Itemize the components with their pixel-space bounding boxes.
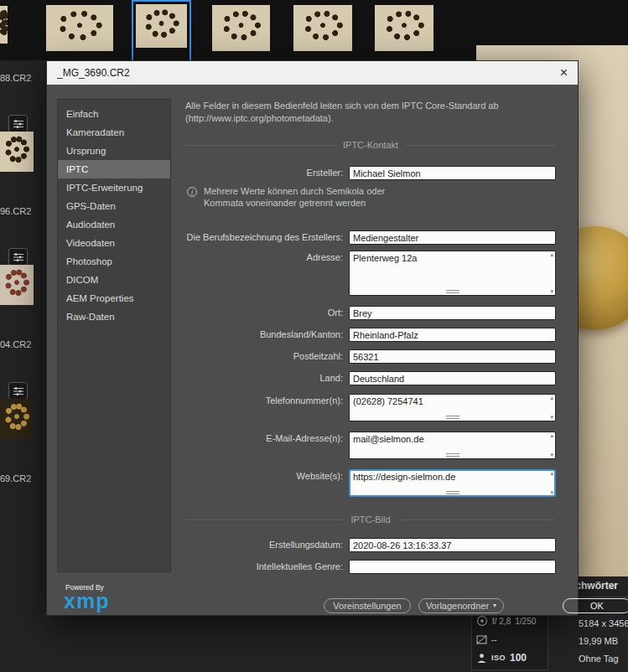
- note-text: Mehrere Werte können durch Semikola oder…: [204, 185, 403, 209]
- exif-exposure-row: f/ 2,8 1/250: [476, 615, 543, 627]
- thumbnail[interactable]: [212, 5, 270, 51]
- scroll-down-icon[interactable]: ▾: [550, 287, 553, 295]
- shutter-value: 1/250: [515, 617, 536, 626]
- aperture-icon: [476, 615, 488, 627]
- field-label: Website(s):: [185, 470, 343, 483]
- sidebar-item-dicom[interactable]: DICOM: [58, 271, 170, 289]
- resize-grip[interactable]: [446, 491, 459, 494]
- exif-iso-row: ISO 100: [476, 652, 543, 664]
- ok-button[interactable]: OK: [563, 598, 628, 613]
- sidebar-item-aem-properties[interactable]: AEM Properties: [58, 289, 170, 308]
- iptc-panel: Alle Felder in diesem Bedienfeld leiten …: [185, 85, 567, 617]
- metadata-dialog: _MG_3690.CR2 × Einfach Kameradaten Urspr…: [46, 60, 579, 616]
- sidebar-item-photoshop[interactable]: Photoshop: [58, 252, 170, 271]
- divider-line: [405, 145, 556, 146]
- scroll-down-icon[interactable]: ▾: [550, 413, 553, 421]
- adjustments-badge-icon: [8, 248, 28, 266]
- adresse-textarea[interactable]: Plenterweg 12a: [349, 251, 556, 296]
- bundesland-input[interactable]: [349, 328, 556, 342]
- file-name: 88.CR2: [0, 73, 31, 83]
- iptc-intro-text: Alle Felder in diesem Bedienfeld leiten …: [185, 100, 554, 125]
- field-label: Ersteller:: [185, 167, 343, 179]
- file-name: 04.CR2: [0, 339, 31, 349]
- file-name: 69.CR2: [0, 473, 31, 483]
- field-label: Adresse:: [185, 251, 343, 264]
- thumbnail[interactable]: [0, 399, 34, 439]
- section-header-iptc-kontakt: IPTC-Kontakt: [185, 140, 556, 150]
- aperture-value: f/ 2,8: [492, 617, 511, 626]
- sidebar-item-videodaten[interactable]: Videodaten: [58, 234, 170, 252]
- genre-input[interactable]: [349, 560, 556, 574]
- filesize-value: 19,99 MB: [579, 633, 628, 650]
- divider-line: [397, 520, 556, 520]
- sidebar-item-audiodaten[interactable]: Audiodaten: [58, 215, 170, 234]
- erstellungsdatum-input[interactable]: [349, 538, 556, 552]
- resize-grip[interactable]: [446, 290, 459, 293]
- field-label: E-Mail-Adresse(n):: [185, 432, 343, 445]
- sidebar-item-iptc[interactable]: IPTC: [58, 160, 170, 178]
- section-header-iptc-bild: IPTC-Bild: [185, 514, 556, 525]
- scroll-up-icon[interactable]: ▴: [550, 432, 553, 439]
- divider-line: [185, 145, 336, 146]
- resize-grip[interactable]: [446, 453, 459, 457]
- sidebar-item-kameradaten[interactable]: Kameradaten: [58, 123, 170, 142]
- dialog-title: _MG_3690.CR2: [57, 67, 130, 79]
- land-input[interactable]: [349, 371, 556, 385]
- sidebar-item-raw-daten[interactable]: Raw-Daten: [58, 308, 170, 326]
- thumbnail[interactable]: [293, 5, 352, 51]
- ersteller-input[interactable]: [349, 166, 556, 180]
- field-label: Bundesland/Kanton:: [185, 328, 343, 341]
- ort-input[interactable]: [349, 306, 556, 320]
- chevron-down-icon: ▾: [493, 602, 496, 609]
- scroll-up-icon[interactable]: ▴: [550, 251, 553, 258]
- field-label: Land:: [185, 372, 343, 385]
- telefon-textarea-wrap: (02628) 7254741 ▴ ▾: [349, 394, 556, 421]
- scroll-up-icon[interactable]: ▴: [550, 469, 553, 477]
- tags-value: Ohne Tag: [579, 650, 628, 668]
- divider-line: [185, 520, 344, 520]
- exposure-icon: [476, 635, 487, 644]
- resize-grip[interactable]: [446, 416, 459, 419]
- thumbnail[interactable]: [0, 132, 34, 172]
- berufsbezeichnung-input[interactable]: [349, 230, 556, 245]
- bridge-window: 88.CR2 96.CR2 04.CR2: [0, 0, 628, 672]
- thumbnail[interactable]: [46, 5, 113, 51]
- xmp-wordmark: xmp: [64, 592, 109, 612]
- file-name: 96.CR2: [0, 206, 31, 216]
- adjustments-badge-icon: [8, 115, 28, 132]
- website-textarea-wrap: https://design-sielmon.de ▴ ▾: [349, 469, 556, 497]
- email-textarea-wrap: mail@sielmon.de ▴ ▾: [349, 432, 556, 459]
- adresse-textarea-wrap: Plenterweg 12a ▴ ▾: [349, 251, 556, 296]
- scroll-down-icon[interactable]: ▾: [550, 451, 553, 458]
- voreinstellungen-button[interactable]: Voreinstellungen: [324, 598, 411, 613]
- vorlagenordner-button[interactable]: Vorlagenordner ▾: [418, 598, 504, 613]
- field-label: Postleitzahl:: [185, 350, 343, 363]
- exposure-value: --: [491, 635, 497, 644]
- sidebar-item-einfach[interactable]: Einfach: [58, 105, 170, 123]
- info-icon: i: [187, 187, 197, 197]
- section-label: IPTC-Bild: [350, 514, 390, 525]
- thumbnail[interactable]: [0, 265, 34, 305]
- sidebar-item-gps-daten[interactable]: GPS-Daten: [58, 197, 170, 215]
- xmp-logo: Powered By xmp: [64, 583, 109, 612]
- file-info-column: 5184 x 3456 19,99 MB Ohne Tag: [579, 615, 628, 668]
- metadata-category-list: Einfach Kameradaten Ursprung IPTC IPTC-E…: [57, 99, 171, 572]
- dimensions-value: 5184 x 3456: [579, 615, 628, 633]
- scroll-down-icon[interactable]: ▾: [550, 488, 553, 496]
- field-row-website: Website(s): https://design-sielmon.de ▴ …: [185, 469, 556, 497]
- multi-value-note: i Mehrere Werte können durch Semikola od…: [187, 185, 447, 209]
- thumbnail[interactable]: [375, 5, 433, 51]
- adjustments-badge-icon: [8, 382, 28, 400]
- sidebar-item-iptc-erweiterung[interactable]: IPTC-Erweiterung: [58, 178, 170, 197]
- person-icon: [476, 653, 487, 664]
- thumbnail[interactable]: [0, 6, 8, 44]
- field-label: Die Berufsbezeichnung des Erstellers:: [185, 231, 343, 244]
- thumbnail-selected[interactable]: [136, 4, 187, 48]
- field-label: Erstellungsdatum:: [185, 539, 343, 551]
- postleitzahl-input[interactable]: [349, 349, 556, 364]
- scroll-up-icon[interactable]: ▴: [550, 394, 553, 401]
- field-label: Intellektuelles Genre:: [185, 561, 343, 573]
- close-icon[interactable]: ×: [560, 66, 568, 80]
- field-row-adresse: Adresse: Plenterweg 12a ▴ ▾: [185, 251, 556, 296]
- sidebar-item-ursprung[interactable]: Ursprung: [58, 142, 170, 160]
